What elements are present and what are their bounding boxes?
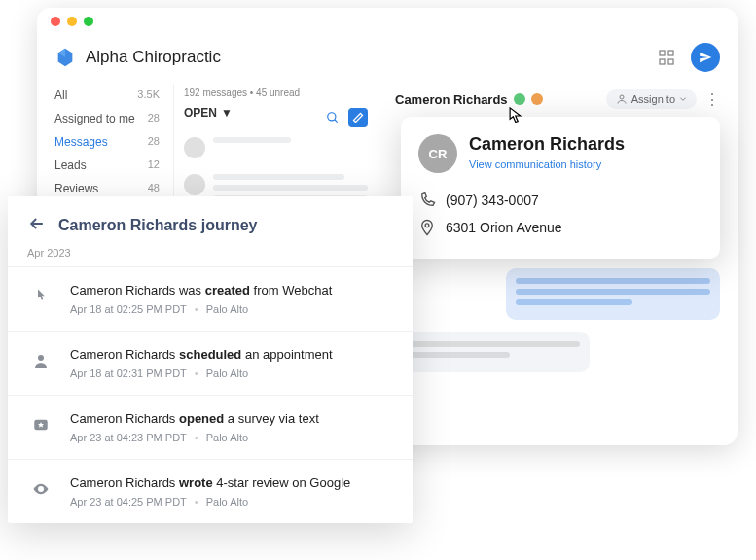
journey-item[interactable]: Cameron Richards wrote 4-star review on …	[8, 459, 413, 523]
journey-item[interactable]: Cameron Richards was created from Webcha…	[8, 266, 413, 331]
journey-meta: Apr 18 at 02:25 PM PDT•Palo Alto	[70, 303, 393, 315]
svg-point-8	[425, 224, 429, 228]
journey-text: Cameron Richards wrote 4-star review on …	[70, 475, 393, 490]
sidebar-label: Assigned to me	[54, 112, 135, 125]
user-icon	[616, 93, 628, 105]
filter-open[interactable]: OPEN▼	[184, 106, 233, 129]
history-link[interactable]: View communication history	[469, 158, 601, 170]
svg-point-9	[38, 355, 44, 361]
more-icon[interactable]: ⋮	[704, 90, 720, 109]
send-icon[interactable]	[691, 43, 720, 72]
sidebar-label: Messages	[54, 135, 108, 149]
avatar	[184, 174, 205, 195]
journey-meta: Apr 18 at 02:31 PM PDT•Palo Alto	[70, 368, 393, 379]
search-icon[interactable]	[323, 108, 342, 127]
journey-month: Apr 2023	[8, 247, 413, 266]
svg-point-11	[40, 488, 43, 491]
sidebar-label: All	[54, 88, 67, 102]
journey-text: Cameron Richards was created from Webcha…	[70, 283, 393, 298]
back-icon[interactable]	[27, 214, 47, 237]
phone-row[interactable]: (907) 343-0007	[418, 187, 702, 214]
journey-meta: Apr 23 at 04:25 PM PDT•Palo Alto	[70, 496, 393, 508]
sidebar-count: 28	[148, 135, 160, 149]
header-actions	[652, 43, 720, 72]
pointer-icon	[27, 283, 54, 310]
svg-point-7	[620, 95, 624, 99]
contact-popup: CR Cameron Richards View communication h…	[401, 117, 720, 259]
message-list-actions	[323, 108, 368, 127]
svg-rect-2	[660, 59, 665, 64]
sidebar-item-messages[interactable]: Messages28	[54, 130, 173, 154]
contact-name: Cameron Richards	[395, 92, 508, 107]
sidebar-count: 3.5K	[137, 88, 160, 102]
popup-contact-name: Cameron Richards	[469, 134, 625, 155]
phone-value: (907) 343-0007	[446, 192, 539, 208]
conversation-actions: Assign to ⋮	[606, 89, 720, 109]
conversation-header: Cameron Richards Assign to ⋮	[395, 89, 720, 119]
minimize-dot[interactable]	[67, 17, 77, 26]
eye-icon	[27, 475, 54, 503]
svg-rect-3	[668, 59, 673, 64]
sidebar-item-assigned[interactable]: Assigned to me28	[54, 107, 173, 130]
app-header: Alpha Chiropractic	[37, 35, 738, 84]
cursor-icon	[502, 103, 527, 128]
sidebar-label: Reviews	[54, 182, 98, 195]
message-row[interactable]	[184, 129, 368, 166]
journey-text: Cameron Richards opened a survey via tex…	[70, 411, 393, 426]
chat-bubble-out	[506, 268, 720, 320]
dropdown-icon: ▼	[221, 106, 233, 120]
svg-point-4	[328, 113, 336, 121]
assign-label: Assign to	[631, 93, 675, 105]
phone-icon	[418, 192, 436, 209]
grid-icon[interactable]	[652, 43, 681, 72]
location-icon	[418, 219, 436, 236]
compose-icon[interactable]	[348, 108, 368, 127]
svg-rect-1	[668, 51, 673, 55]
sidebar-count: 12	[148, 158, 160, 172]
journey-text: Cameron Richards scheduled an appointmen…	[70, 347, 393, 362]
svg-rect-0	[660, 51, 665, 55]
star-icon	[27, 411, 54, 438]
sidebar-count: 48	[148, 182, 160, 195]
avatar: CR	[418, 134, 457, 173]
avatar	[184, 137, 205, 158]
sidebar-item-leads[interactable]: Leads12	[54, 154, 173, 177]
sidebar-item-all[interactable]: All3.5K	[54, 84, 173, 107]
journey-title: Cameron Richards journey	[58, 217, 258, 234]
journey-item[interactable]: Cameron Richards opened a survey via tex…	[8, 395, 413, 459]
svg-line-5	[335, 120, 338, 122]
filter-label: OPEN	[184, 106, 217, 120]
chat-bubble-in	[395, 332, 590, 372]
titlebar	[37, 8, 738, 35]
assign-button[interactable]: Assign to	[606, 89, 697, 109]
popup-header: CR Cameron Richards View communication h…	[418, 134, 702, 173]
flag-badge-icon	[531, 93, 543, 105]
journey-item[interactable]: Cameron Richards scheduled an appointmen…	[8, 331, 413, 395]
journey-meta: Apr 23 at 04:23 PM PDT•Palo Alto	[70, 432, 393, 443]
message-summary: 192 messages • 45 unread	[184, 84, 368, 106]
address-row[interactable]: 6301 Orion Avenue	[418, 214, 702, 241]
journey-header: Cameron Richards journey	[8, 196, 413, 247]
person-icon	[27, 347, 54, 374]
address-value: 6301 Orion Avenue	[446, 220, 562, 235]
sidebar-count: 28	[148, 112, 160, 125]
chevron-down-icon	[679, 95, 687, 103]
sidebar-label: Leads	[54, 158, 87, 172]
maximize-dot[interactable]	[84, 17, 93, 26]
app-logo-icon	[54, 47, 76, 68]
close-dot[interactable]	[51, 17, 60, 26]
journey-panel: Cameron Richards journey Apr 2023 Camero…	[8, 196, 413, 523]
app-title: Alpha Chiropractic	[86, 48, 642, 67]
